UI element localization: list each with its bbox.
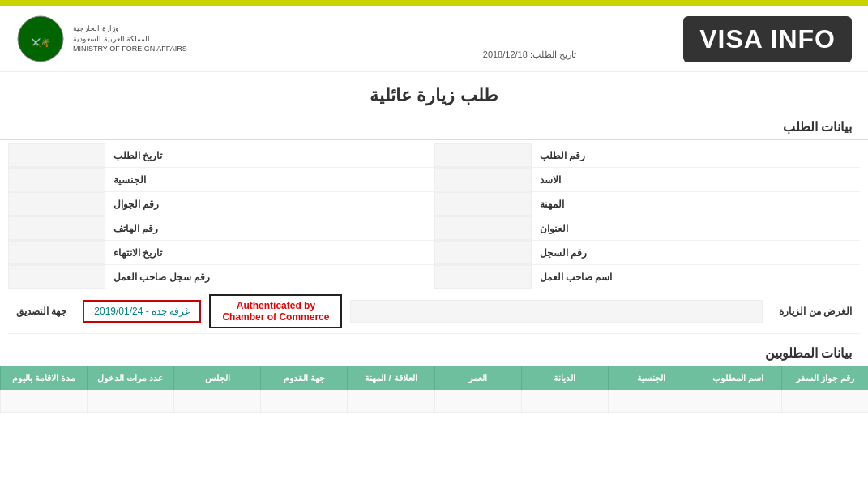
value-purpose [350,300,763,323]
value-address [434,216,532,240]
td-entries [87,390,173,412]
form-row-5: رقم السجل تاريخ الانتهاء [8,241,860,265]
top-bar [0,0,868,6]
requested-section-title: بيانات المطلوبين [0,340,868,366]
form-row-1: رقم الطلب تاريخ الطلب [8,143,860,168]
label-purpose: الغرض من الزيارة [771,302,860,321]
form-row-3: المهنة رقم الجوال [8,192,860,216]
request-form: رقم الطلب تاريخ الطلب الاسد الجنسية المه… [0,143,868,334]
value-request-number [434,143,532,167]
label-profession: المهنة [532,192,861,216]
th-passport: رقم جواز السفر [781,366,868,390]
page-title: طلب زيارة عائلية [0,72,868,114]
value-nationality [8,168,105,191]
label-mobile: رقم الجوال [105,192,434,216]
td-name [695,390,781,412]
th-nationality: الجنسية [608,366,695,390]
label-employer-name: اسم صاحب العمل [532,265,861,289]
th-relation: العلاقة / المهنة [347,366,434,390]
td-origin [260,390,347,412]
value-expiry [8,241,105,264]
request-section-title: بيانات الطلب [0,114,868,140]
td-passport [781,390,868,412]
requested-table-header: رقم جواز السفر اسم المطلوب الجنسية الديا… [0,366,868,390]
page-container: VISA INFO تاريخ الطلب: 2018/12/18 وزارة … [0,0,868,413]
value-employer-registry [8,265,105,289]
logo-line2: المملكة العربية السعودية [73,34,150,45]
form-row-2: الاسد الجنسية [8,168,860,192]
value-registry [434,241,532,264]
th-entries: عدد مرات الدخول [87,366,173,390]
label-request-date: تاريخ الطلب [105,143,434,167]
table-row [0,390,868,413]
certification-value-box: غرفة جدة - 2019/01/24 [83,300,201,323]
logo-area: وزارة الخارجية المملكة العربية السعودية … [16,15,187,63]
label-expiry: تاريخ الانتهاء [105,241,434,264]
td-religion [521,390,608,412]
label-phone: رقم الهاتف [105,216,434,240]
th-religion: الديانة [521,366,608,390]
td-nationality [608,390,695,412]
th-origin: جهة القدوم [260,366,347,390]
td-gender [173,390,260,412]
certification-purpose-row: الغرض من الزيارة Authenticated by Chambe… [8,289,860,334]
logo-text: وزارة الخارجية المملكة العربية السعودية … [73,24,187,54]
label-name: الاسد [532,168,861,191]
label-certification: جهة التصديق [8,302,75,321]
td-relation [347,390,434,412]
auth-badge-line1: Authenticated by [222,300,329,311]
label-employer-registry: رقم سجل صاحب العمل [105,265,434,289]
label-registry: رقم السجل [532,241,861,264]
header-date: تاريخ الطلب: 2018/12/18 [483,49,576,60]
value-mobile [8,192,105,216]
logo-line1: وزارة الخارجية [73,24,118,34]
label-address: العنوان [532,216,861,240]
visa-info-badge: VISA INFO [683,16,852,62]
header: VISA INFO تاريخ الطلب: 2018/12/18 وزارة … [0,6,868,72]
value-name [434,168,532,191]
value-phone [8,216,105,240]
auth-badge: Authenticated by Chamber of Commerce [209,294,342,328]
value-employer-name [434,265,532,289]
th-gender: الجلس [173,366,260,390]
td-age [434,390,521,412]
label-nationality: الجنسية [105,168,434,191]
th-name: اسم المطلوب [695,366,781,390]
value-profession [434,192,532,216]
td-duration [0,390,87,412]
form-row-6: اسم صاحب العمل رقم سجل صاحب العمل [8,265,860,289]
logo-line3: MINISTRY OF FOREIGN AFFAIRS [73,44,187,54]
saudi-emblem-icon: 🌴⚔️ [16,15,65,63]
svg-text:🌴⚔️: 🌴⚔️ [31,37,51,48]
th-duration: مدة الاقامة باليوم [0,366,87,390]
value-request-date [8,143,105,167]
th-age: العمر [434,366,521,390]
form-row-4: العنوان رقم الهاتف [8,216,860,241]
label-request-number: رقم الطلب [532,143,861,167]
auth-badge-line2: Chamber of Commerce [222,311,329,323]
